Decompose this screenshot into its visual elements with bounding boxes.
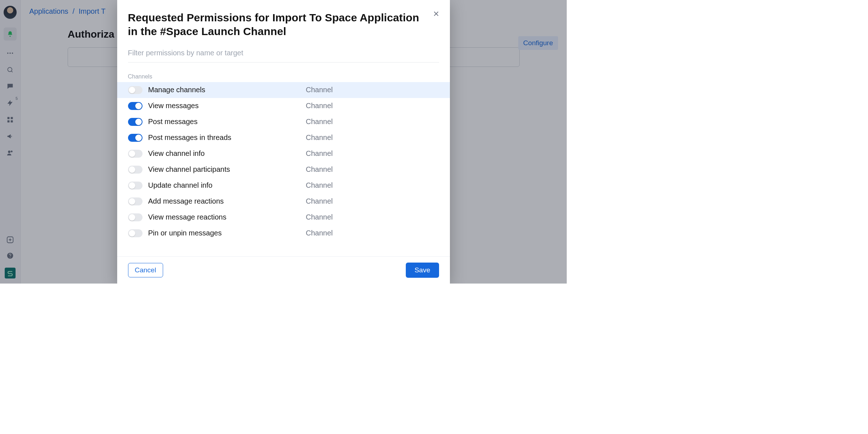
permissions-modal: Requested Permissions for Import To Spac… (117, 0, 450, 284)
permission-label: Post messages (148, 118, 300, 126)
permission-label: View message reactions (148, 213, 300, 221)
permission-target: Channel (306, 118, 333, 126)
permission-target: Channel (306, 181, 333, 190)
permission-row: View message reactionsChannel (117, 209, 450, 225)
permission-target: Channel (306, 213, 333, 221)
permission-label: Add message reactions (148, 197, 300, 205)
permission-target: Channel (306, 102, 333, 110)
permission-toggle[interactable] (128, 134, 142, 142)
permission-toggle[interactable] (128, 166, 142, 174)
close-icon (432, 10, 440, 18)
permission-target: Channel (306, 133, 333, 142)
permission-toggle[interactable] (128, 197, 142, 205)
permission-label: Update channel info (148, 181, 300, 190)
permission-target: Channel (306, 86, 333, 94)
modal-title: Requested Permissions for Import To Spac… (128, 11, 430, 39)
permission-toggle[interactable] (128, 150, 142, 158)
permission-row: View messagesChannel (117, 98, 450, 114)
permission-row: View channel infoChannel (117, 146, 450, 162)
permission-row: Manage channelsChannel (117, 82, 450, 98)
permission-toggle[interactable] (128, 86, 142, 94)
permission-toggle[interactable] (128, 182, 142, 190)
permission-label: View channel info (148, 149, 300, 158)
permission-row: Pin or unpin messagesChannel (117, 225, 450, 241)
permission-target: Channel (306, 149, 333, 158)
permission-label: View channel participants (148, 165, 300, 174)
group-label: Channels (117, 68, 450, 82)
permission-target: Channel (306, 165, 333, 174)
permission-target: Channel (306, 229, 333, 237)
permission-toggle[interactable] (128, 102, 142, 110)
permission-toggle[interactable] (128, 213, 142, 221)
permission-target: Channel (306, 197, 333, 205)
permission-label: Pin or unpin messages (148, 229, 300, 237)
permission-label: View messages (148, 102, 300, 110)
permission-toggle[interactable] (128, 229, 142, 237)
save-button[interactable]: Save (406, 263, 439, 278)
permission-label: Manage channels (148, 86, 300, 94)
permission-row: View channel participantsChannel (117, 162, 450, 178)
permission-row: Add message reactionsChannel (117, 193, 450, 209)
permission-row: Update channel infoChannel (117, 178, 450, 193)
permission-row: Post messagesChannel (117, 114, 450, 130)
cancel-button[interactable]: Cancel (128, 263, 163, 277)
permission-toggle[interactable] (128, 118, 142, 126)
filter-input[interactable] (128, 45, 439, 63)
close-button[interactable] (431, 9, 441, 19)
permission-label: Post messages in threads (148, 133, 300, 142)
permissions-list: Channels Manage channelsChannelView mess… (117, 67, 450, 256)
permission-row: Post messages in threadsChannel (117, 130, 450, 146)
